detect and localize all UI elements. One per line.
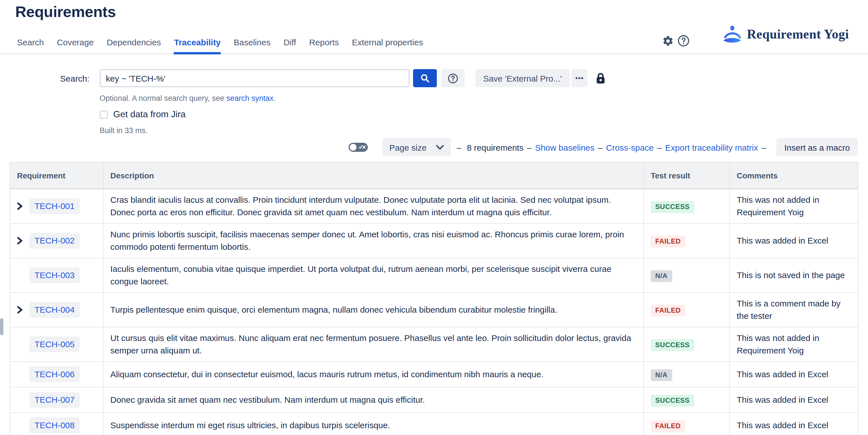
tab-dependencies[interactable]: Dependencies [107,37,161,53]
results-toolbar: Page size – 8 requirements – Show baseli… [0,138,858,156]
export-traceability-matrix-link[interactable]: Export traceability matrix [665,142,758,152]
toggle-knob [350,144,356,151]
requirement-key-link[interactable]: TECH-006 [29,367,80,382]
search-syntax-link[interactable]: search syntax [226,94,274,103]
more-options-button[interactable] [571,69,587,87]
main-tabs: Search Coverage Dependencies Traceabilit… [17,37,423,53]
traceability-table: Requirement Description Test result Comm… [10,162,858,435]
requirement-key-link[interactable]: TECH-008 [29,417,80,433]
requirement-comment: This was not added in Requirement Yoig [730,327,858,361]
expand-chevron-icon[interactable] [17,237,25,245]
save-query-button[interactable]: Save 'External Pro...' [475,69,570,87]
scrollbar-thumb[interactable] [0,318,3,335]
test-result-badge: FAILED [651,304,685,316]
search-help-button[interactable] [441,69,465,87]
requirement-comment: This is a comment made by the tester [730,293,858,327]
requirement-comment: This was added in Excel [730,387,858,413]
show-baselines-link[interactable]: Show baselines [535,142,594,152]
requirement-key-link[interactable]: TECH-004 [29,302,80,318]
test-result-badge: SUCCESS [651,395,694,406]
requirement-yogi-traceability-page: Requirements Search Coverage Dependencie… [0,0,868,435]
table-row: TECH-005 Ut cursus quis elit vitae maxim… [10,327,858,361]
page-header: Requirements Search Coverage Dependencie… [0,0,868,54]
column-header-description: Description [103,162,644,189]
requirement-comment: This is not saved in the page [730,258,858,293]
search-section: Search: Save 'External Pro...' Optional.… [0,54,868,135]
table-row: TECH-003 Iaculis elementum, conubia vita… [10,258,858,293]
requirement-key-link[interactable]: TECH-007 [29,392,80,408]
search-button[interactable] [413,69,437,87]
tab-diff[interactable]: Diff [283,37,296,53]
column-header-test-result: Test result [644,162,730,189]
tab-search[interactable]: Search [17,37,44,53]
question-circle-icon [447,73,458,84]
search-label: Search: [0,74,89,83]
requirement-comment: This was added in Excel [730,361,858,387]
requirements-count: 8 requirements [467,142,523,152]
requirement-comment: This was added in Excel [730,413,858,435]
requirement-description: Donec gravida sit amet quam nec vestibul… [103,387,644,413]
requirement-comment: This was not added in Requirement Yoig [730,189,858,224]
gear-icon[interactable] [661,34,675,48]
table-row: TECH-006 Aliquam consectetur, dui in con… [10,361,858,387]
requirement-yogi-logo: Requirement Yogi [722,26,849,43]
toggle-check-cross-icon [359,145,366,149]
requirement-key-link[interactable]: TECH-005 [29,337,80,352]
expand-chevron-icon[interactable] [17,306,25,314]
tab-coverage[interactable]: Coverage [57,37,94,53]
separator-dash: – [457,142,461,152]
requirement-description: Turpis pellentesque enim quisque, orci e… [103,293,644,327]
help-circle-icon[interactable] [677,34,690,48]
tab-reports[interactable]: Reports [309,37,339,53]
page-title: Requirements [15,3,116,21]
table-row: TECH-001 Cras blandit iaculis lacus at c… [10,189,858,224]
cross-space-link[interactable]: Cross-space [606,142,654,152]
tab-external-properties[interactable]: External properties [352,37,423,53]
table-row: TECH-002 Nunc primis lobortis suscipit, … [10,224,858,258]
requirement-description: Cras blandit iaculis lacus at convallis.… [103,189,644,224]
test-result-badge: FAILED [651,235,685,247]
results-summary: 8 requirements – Show baselines – Cross-… [467,142,770,152]
column-header-comments: Comments [730,162,858,189]
search-icon [420,73,430,83]
jira-checkbox-label: Get data from Jira [113,109,186,119]
test-result-badge: FAILED [651,420,685,432]
lock-icon [596,72,606,84]
tab-baselines[interactable]: Baselines [234,37,271,53]
requirement-description: Ut cursus quis elit vitae maximus. Nunc … [103,327,644,361]
table-body: TECH-001 Cras blandit iaculis lacus at c… [10,189,858,435]
table-row: TECH-008 Suspendisse interdum mi eget ri… [10,413,858,435]
ellipsis-icon [576,77,583,79]
table-header-row: Requirement Description Test result Comm… [10,162,858,189]
requirement-comment: This was added in Excel [730,224,858,258]
build-time-text: Built in 33 ms. [100,126,868,135]
requirement-description: Suspendisse interdum mi eget risus ultri… [103,413,644,435]
table-row: TECH-004 Turpis pellentesque enim quisqu… [10,293,858,327]
search-input[interactable] [100,69,410,87]
test-result-badge: N/A [651,270,672,282]
insert-as-macro-button[interactable]: Insert as a macro [776,138,858,156]
logo-text: Requirement Yogi [747,27,849,41]
requirement-description: Aliquam consectetur, dui in consectetur … [103,361,644,387]
test-result-badge: N/A [651,369,672,381]
test-result-badge: SUCCESS [651,201,694,213]
table-row: TECH-007 Donec gravida sit amet quam nec… [10,387,858,413]
requirement-description: Nunc primis lobortis suscipit, facilisis… [103,224,644,258]
chevron-down-icon [436,144,444,150]
search-helper-text: Optional. A normal search query, see sea… [100,94,868,103]
expand-chevron-icon[interactable] [17,202,25,210]
tab-traceability[interactable]: Traceability [174,37,221,53]
column-header-requirement: Requirement [10,162,103,189]
view-toggle[interactable] [348,143,368,152]
jira-checkbox-row: Get data from Jira [100,109,868,119]
requirement-key-link[interactable]: TECH-002 [29,233,80,249]
requirement-key-link[interactable]: TECH-003 [29,267,80,283]
page-size-dropdown[interactable]: Page size [382,138,451,156]
test-result-badge: SUCCESS [651,339,694,351]
jira-checkbox[interactable] [100,110,108,119]
requirement-description: Iaculis elementum, conubia vitae quisque… [103,258,644,293]
requirement-key-link[interactable]: TECH-001 [29,198,80,214]
yogi-icon [722,26,742,43]
